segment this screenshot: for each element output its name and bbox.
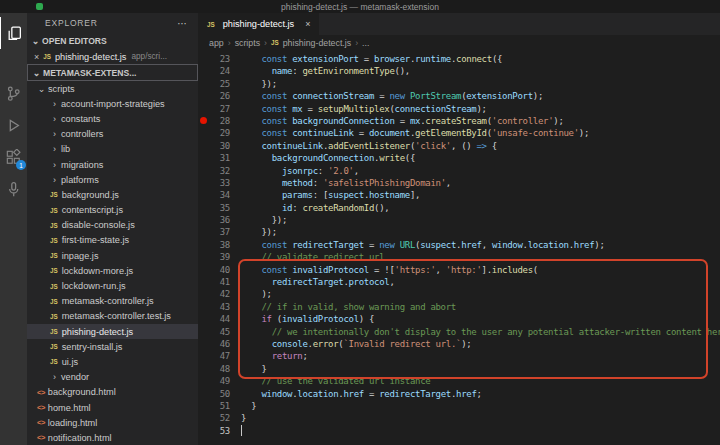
line-number[interactable]: 31: [198, 152, 230, 164]
tree-item-metamask-controller.test.js[interactable]: JSmetamask-controller.test.js: [27, 309, 198, 324]
code-line[interactable]: const backgroundConnection = mx.createSt…: [241, 115, 720, 127]
code-line[interactable]: console.error(`Invalid redirect url.`);: [241, 338, 720, 350]
code-line[interactable]: continueLink.addEventListener('click', (…: [241, 140, 720, 152]
code-line[interactable]: method: 'safelistPhishingDomain',: [241, 177, 720, 189]
tree-item-constants[interactable]: ›constants: [27, 111, 198, 126]
line-number[interactable]: 46: [198, 338, 230, 350]
line-number[interactable]: 43: [198, 301, 230, 313]
workspace-section[interactable]: ⌄ METAMASK-EXTENS...: [27, 64, 198, 81]
line-number[interactable]: 47: [198, 350, 230, 362]
tree-item-lockdown-run.js[interactable]: JSlockdown-run.js: [27, 278, 198, 293]
line-number[interactable]: 51: [198, 400, 230, 412]
line-number[interactable]: 41: [198, 276, 230, 288]
tree-item-scripts[interactable]: ⌄scripts: [27, 81, 198, 96]
open-editor-item[interactable]: × JS phishing-detect.js app/scri...: [27, 49, 198, 64]
code-line[interactable]: const connectionStream = new PortStream(…: [241, 90, 720, 102]
code-line[interactable]: window.location.href = redirectTarget.hr…: [241, 388, 720, 400]
line-number[interactable]: 36: [198, 214, 230, 226]
line-number[interactable]: 49: [198, 375, 230, 387]
line-number[interactable]: 29: [198, 127, 230, 139]
tree-item-home.html[interactable]: <>home.html: [27, 400, 198, 415]
code-line[interactable]: }: [241, 400, 720, 412]
code-line[interactable]: redirectTarget.protocol,: [241, 276, 720, 288]
breadcrumb-item[interactable]: app: [209, 38, 224, 48]
code-line[interactable]: [241, 425, 720, 437]
line-number[interactable]: 25: [198, 78, 230, 90]
code-line[interactable]: const continueLink = document.getElement…: [241, 127, 720, 139]
line-number[interactable]: 52: [198, 412, 230, 424]
code-line[interactable]: // use the validated url instance: [241, 375, 720, 387]
code-line[interactable]: const mx = setupMultiplex(connectionStre…: [241, 103, 720, 115]
code-line[interactable]: // if in valid, show warning and abort: [241, 301, 720, 313]
tree-item-loading.html[interactable]: <>loading.html: [27, 415, 198, 430]
line-number[interactable]: 44: [198, 313, 230, 325]
line-number[interactable]: 24: [198, 65, 230, 77]
line-number[interactable]: 28: [198, 115, 230, 127]
breadcrumb-item[interactable]: ...: [362, 38, 369, 48]
code-line[interactable]: id: createRandomId(),: [241, 202, 720, 214]
code-line[interactable]: );: [241, 288, 720, 300]
line-number[interactable]: 35: [198, 202, 230, 214]
code-line[interactable]: name: getEnvironmentType(),: [241, 65, 720, 77]
tree-item-disable-console.js[interactable]: JSdisable-console.js: [27, 218, 198, 233]
line-number[interactable]: 26: [198, 90, 230, 102]
close-icon[interactable]: ×: [34, 52, 39, 62]
tree-item-contentscript.js[interactable]: JScontentscript.js: [27, 203, 198, 218]
line-number[interactable]: 45: [198, 326, 230, 338]
code-line[interactable]: const invalidProtocol = !['https:', 'htt…: [241, 264, 720, 276]
code-line[interactable]: }: [241, 363, 720, 375]
tree-item-lockdown-more.js[interactable]: JSlockdown-more.js: [27, 263, 198, 278]
tree-item-lib[interactable]: ›lib: [27, 142, 198, 157]
tree-item-sentry-install.js[interactable]: JSsentry-install.js: [27, 339, 198, 354]
code-line[interactable]: if (invalidProtocol) {: [241, 313, 720, 325]
breakpoint-icon[interactable]: [200, 117, 207, 124]
line-number[interactable]: 27: [198, 103, 230, 115]
line-number[interactable]: 39: [198, 251, 230, 263]
code-line[interactable]: });: [241, 226, 720, 238]
tree-item-controllers[interactable]: ›controllers: [27, 127, 198, 142]
code-line[interactable]: // validate redirect url: [241, 251, 720, 263]
line-number[interactable]: 37: [198, 226, 230, 238]
line-number[interactable]: 32: [198, 165, 230, 177]
line-number[interactable]: 40: [198, 264, 230, 276]
code-line[interactable]: }: [241, 412, 720, 424]
line-number[interactable]: 53: [198, 425, 230, 437]
tree-item-inpage.js[interactable]: JSinpage.js: [27, 248, 198, 263]
tree-item-vendor[interactable]: ›vendor: [27, 370, 198, 385]
code-line[interactable]: });: [241, 78, 720, 90]
breadcrumb-item[interactable]: scripts: [235, 38, 260, 48]
tree-item-metamask-controller.js[interactable]: JSmetamask-controller.js: [27, 294, 198, 309]
tab-phishing-detect[interactable]: JS phishing-detect.js ×: [198, 13, 319, 35]
breadcrumb-item[interactable]: phishing-detect.js: [283, 38, 351, 48]
line-number[interactable]: 33: [198, 177, 230, 189]
line-number[interactable]: 42: [198, 288, 230, 300]
open-editors-section[interactable]: ⌄ OPEN EDITORS: [27, 33, 198, 49]
line-number[interactable]: 23: [198, 53, 230, 65]
code-editor[interactable]: 2324252627282930313233343536373839404142…: [198, 50, 720, 445]
code-line[interactable]: });: [241, 214, 720, 226]
tree-item-platforms[interactable]: ›platforms: [27, 172, 198, 187]
explorer-icon[interactable]: [0, 17, 27, 49]
remote-mic-icon[interactable]: [0, 173, 27, 205]
extensions-icon[interactable]: 1: [0, 141, 27, 173]
code-line[interactable]: jsonrpc: '2.0',: [241, 165, 720, 177]
code-line[interactable]: return;: [241, 350, 720, 362]
close-icon[interactable]: ×: [305, 19, 310, 29]
tree-item-account-import-strategies[interactable]: ›account-import-strategies: [27, 96, 198, 111]
more-actions-icon[interactable]: ⋯: [177, 18, 188, 29]
code-line[interactable]: const redirectTarget = new URL(suspect.h…: [241, 239, 720, 251]
line-number[interactable]: 34: [198, 189, 230, 201]
tree-item-first-time-state.js[interactable]: JSfirst-time-state.js: [27, 233, 198, 248]
code-line[interactable]: backgroundConnection.write({: [241, 152, 720, 164]
code-line[interactable]: const extensionPort = browser.runtime.co…: [241, 53, 720, 65]
tree-item-migrations[interactable]: ›migrations: [27, 157, 198, 172]
tree-item-ui.js[interactable]: JSui.js: [27, 354, 198, 369]
code-line[interactable]: params: [suspect.hostname],: [241, 189, 720, 201]
source-control-icon[interactable]: [0, 77, 27, 109]
run-debug-icon[interactable]: [0, 109, 27, 141]
code-line[interactable]: // we intentionally don't display to the…: [241, 326, 720, 338]
line-number[interactable]: 38: [198, 239, 230, 251]
line-number[interactable]: 30: [198, 140, 230, 152]
tree-item-background.html[interactable]: <>background.html: [27, 385, 198, 400]
tree-item-notification.html[interactable]: <>notification.html: [27, 430, 198, 445]
